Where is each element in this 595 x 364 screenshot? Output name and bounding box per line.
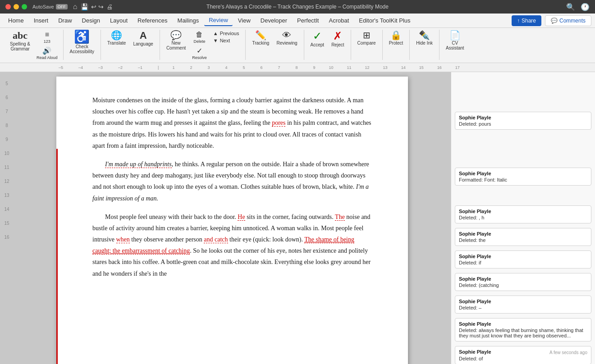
- menu-design[interactable]: Design: [78, 15, 105, 26]
- paragraph-3: Most people feel uneasy with their back …: [92, 211, 372, 279]
- delete-button[interactable]: 🗑 Delete: [190, 30, 209, 45]
- balloon-7-author: Sophie Playle: [459, 299, 587, 304]
- menu-references[interactable]: References: [133, 15, 172, 26]
- menu-insert[interactable]: Insert: [29, 15, 53, 26]
- document-page[interactable]: Moisture condenses on the inside of the …: [56, 77, 408, 364]
- ruler-marks: –5 –4 –3 –2 –1 | 1 2 3 4 5 6 7 8 9 10 11…: [54, 65, 595, 70]
- translate-button[interactable]: 🌐 Translate: [105, 30, 128, 46]
- menu-mailings[interactable]: Mailings: [173, 15, 204, 26]
- balloon-2-content: Formatted: Font: Italic: [459, 177, 587, 182]
- tracked-and-catch: and catch: [204, 236, 228, 243]
- accept-button[interactable]: ✓ Accept: [308, 30, 327, 48]
- tracking-button[interactable]: ✏️ Tracking: [249, 30, 272, 46]
- read-aloud-button[interactable]: 🔊 Read Aloud: [35, 46, 60, 61]
- check-accessibility-button[interactable]: ♿ CheckAccessibility: [67, 30, 97, 55]
- save-icon[interactable]: 💾: [81, 3, 88, 10]
- ribbon-group-protect: 🔒 Protect: [383, 30, 410, 60]
- prev-next-group: ▲ Previous ▼ Next: [211, 30, 242, 44]
- menu-draw[interactable]: Draw: [54, 15, 76, 26]
- paragraph-2: I'm made up of handprints, he thinks. A …: [92, 159, 372, 204]
- new-comment-button[interactable]: 💬 NewComment: [164, 30, 188, 51]
- italic-end: I'm a faint impression of a man.: [92, 183, 369, 201]
- word-count-button[interactable]: ≡ 123: [35, 30, 60, 45]
- home-icon[interactable]: ⌂: [73, 3, 78, 11]
- ribbon-group-tracking: ✏️ Tracking 👁 Reviewing: [246, 30, 304, 60]
- ribbon-group-accessibility: ♿ CheckAccessibility: [64, 30, 101, 60]
- menu-perfectit[interactable]: PerfectIt: [293, 15, 323, 26]
- balloon-7-type: Deleted:: [459, 305, 477, 310]
- language-button[interactable]: A Language: [130, 30, 156, 47]
- tracked-word-pores: pores: [272, 119, 285, 127]
- ribbon-group-language: 🌐 Translate A Language: [101, 30, 160, 60]
- reject-button[interactable]: ✗ Reject: [329, 30, 347, 48]
- ribbon-group-cv: 📄 CVAssistant: [439, 30, 471, 60]
- paragraph-1: Moisture condenses on the inside of the …: [92, 95, 372, 151]
- previous-button[interactable]: ▲ Previous: [211, 30, 242, 37]
- resolve-button[interactable]: ✓ Resolve: [190, 46, 209, 61]
- menu-home[interactable]: Home: [4, 15, 28, 26]
- print-icon[interactable]: 🖨: [106, 3, 113, 10]
- cv-icon: 📄: [449, 31, 461, 40]
- autosave-label: AutoSave: [32, 4, 54, 9]
- balloon-4-content: Deleted: the: [459, 237, 587, 243]
- tracking-icon: ✏️: [255, 31, 266, 40]
- share-button[interactable]: ↑ Share: [512, 15, 541, 26]
- title-bar: AutoSave OFF ⌂ 💾 ↩ ↪ 🖨 There's Always a …: [0, 0, 595, 14]
- reject-icon: ✗: [333, 31, 342, 41]
- italic-tracked: I'm made up of handprints: [105, 161, 172, 168]
- balloon-5-type: Deleted:: [459, 260, 477, 265]
- balloon-7: Sophie Playle Deleted: –: [455, 296, 591, 314]
- menu-editors-toolkit[interactable]: Editor's ToolKit Plus: [354, 15, 415, 26]
- protect-button[interactable]: 🔒 Protect: [386, 30, 406, 46]
- balloon-9-type: Deleted:: [459, 356, 477, 361]
- hide-ink-icon: ✒️: [419, 31, 430, 40]
- next-icon: ▼: [213, 38, 218, 43]
- balloon-6: Sophie Playle Deleted: (catching: [455, 273, 591, 291]
- balloon-8-content: Deleted: always feeling that burning sha…: [459, 328, 587, 338]
- prev-icon: ▲: [213, 31, 218, 36]
- reviewing-button[interactable]: 👁 Reviewing: [274, 30, 300, 46]
- redo-icon[interactable]: ↪: [98, 3, 104, 10]
- hide-ink-button[interactable]: ✒️ Hide Ink: [413, 30, 435, 46]
- balloon-8-author: Sophie Playle: [459, 321, 587, 327]
- menu-layout[interactable]: Layout: [105, 15, 132, 26]
- next-button[interactable]: ▼ Next: [211, 37, 242, 44]
- tracked-when: when: [116, 236, 130, 243]
- autosave-toggle[interactable]: OFF: [56, 4, 68, 9]
- balloon-6-author: Sophie Playle: [459, 276, 587, 282]
- menu-developer[interactable]: Developer: [256, 15, 292, 26]
- undo-icon[interactable]: ↩: [91, 3, 96, 10]
- language-icon: A: [140, 31, 147, 41]
- balloon-8: Sophie Playle Deleted: always feeling th…: [455, 318, 591, 341]
- balloon-9: Sophie Playle A few seconds ago Deleted:…: [455, 346, 591, 364]
- tracked-the: The: [335, 214, 345, 221]
- notifications-icon[interactable]: 🕐: [581, 3, 590, 11]
- balloon-9-content: Deleted: of: [459, 356, 587, 361]
- close-button[interactable]: [5, 4, 11, 9]
- menu-acrobat[interactable]: Acrobat: [325, 15, 354, 26]
- minimize-button[interactable]: [14, 4, 19, 9]
- new-comment-icon: 💬: [170, 31, 182, 40]
- comments-icon: 💬: [551, 18, 558, 24]
- balloon-5: Sophie Playle Deleted: if: [455, 250, 591, 268]
- share-icon: ↑: [517, 18, 520, 24]
- menu-review[interactable]: Review: [204, 15, 233, 26]
- balloon-1-content: Deleted: pours: [459, 121, 587, 127]
- balloon-6-content: Deleted: (catching: [459, 282, 587, 288]
- accept-icon: ✓: [313, 31, 322, 41]
- balloon-5-content: Deleted: if: [459, 260, 587, 265]
- search-icon[interactable]: 🔍: [566, 3, 575, 11]
- balloon-3: Sophie Playle Deleted: , h: [455, 205, 591, 223]
- margin-numbers: 5 6 7 8 9 10 11 12 13 14 15 16: [0, 72, 14, 364]
- ribbon-group-ink: ✒️ Hide Ink: [410, 30, 439, 60]
- balloon-2: Sophie Playle Formatted: Font: Italic: [455, 168, 591, 186]
- balloon-2-author: Sophie Playle: [459, 171, 587, 176]
- maximize-button[interactable]: [22, 4, 27, 9]
- tracked-he: He: [238, 214, 245, 221]
- spelling-grammar-button[interactable]: abc Spelling &Grammar: [7, 30, 33, 52]
- comments-button[interactable]: 💬 Comments: [545, 15, 591, 26]
- cv-assistant-button[interactable]: 📄 CVAssistant: [443, 30, 467, 51]
- compare-button[interactable]: ⊞ Compare: [355, 30, 379, 46]
- delete-icon: 🗑: [196, 31, 203, 39]
- menu-view[interactable]: View: [233, 15, 255, 26]
